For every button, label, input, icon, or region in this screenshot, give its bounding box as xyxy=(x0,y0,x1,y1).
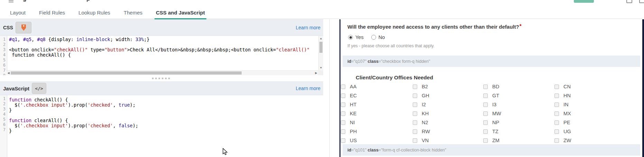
scrollbar-thumb[interactable] xyxy=(319,42,323,53)
js-section-title: JavaScript xyxy=(3,86,29,91)
code-token: ="checkbox form-q hidden" xyxy=(379,59,430,64)
field-id-bar: id="q101" class="form-q cf-collection-bl… xyxy=(343,144,640,156)
code-line: $('.checkbox input').prop('checked', fal… xyxy=(9,123,318,128)
code-line: function clearAll() { xyxy=(9,118,318,123)
checkbox[interactable] xyxy=(554,102,559,107)
tab-css-and-javascript[interactable]: CSS and JavaScript xyxy=(155,10,206,19)
checkbox[interactable] xyxy=(483,138,488,143)
code-token: $( xyxy=(9,102,20,108)
checkbox[interactable] xyxy=(341,129,345,134)
primary-action-button[interactable] xyxy=(574,0,594,3)
code-line: <button onclick="checkAll()" type="butto… xyxy=(9,47,318,52)
checkbox[interactable] xyxy=(413,120,417,125)
code-token: , xyxy=(31,37,37,42)
tab-themes[interactable]: Themes xyxy=(122,10,144,19)
code-token: clearAll() { xyxy=(31,118,68,123)
country-option: ZM xyxy=(483,136,552,145)
scroll-left-icon[interactable]: ◀ xyxy=(6,71,11,75)
hamburger-icon[interactable] xyxy=(9,0,13,3)
checkbox[interactable] xyxy=(341,94,345,98)
radio-yes[interactable] xyxy=(348,35,353,40)
code-icon: </> xyxy=(35,86,43,91)
js-section-header: JavaScript </> Learn more xyxy=(0,81,323,95)
css-code-editor[interactable]: 12345678 #q1, #q5, #q8 {display: inline-… xyxy=(0,36,323,75)
checkbox[interactable] xyxy=(413,85,417,89)
scroll-down-icon[interactable]: ▼ xyxy=(319,66,323,70)
gutter-line-number: 4 xyxy=(0,112,7,117)
checkbox[interactable] xyxy=(413,102,417,107)
checkbox[interactable] xyxy=(554,85,559,89)
question-help-text: If yes - please choose all countries tha… xyxy=(347,43,435,48)
code-token: id xyxy=(347,59,351,64)
checkbox[interactable] xyxy=(483,85,488,89)
checkbox-label: US xyxy=(350,138,357,143)
checkbox[interactable] xyxy=(554,120,559,125)
checkbox[interactable] xyxy=(554,138,559,143)
radio-yes-label[interactable]: Yes xyxy=(355,35,364,40)
tab-lookup-rules[interactable]: Lookup Rules xyxy=(77,10,112,19)
scrollbar-thumb[interactable] xyxy=(11,71,242,75)
checkbox[interactable] xyxy=(554,111,559,116)
checkbox[interactable] xyxy=(341,102,345,107)
radio-no-label[interactable]: No xyxy=(379,35,385,40)
country-option: HT xyxy=(341,100,410,109)
checkbox[interactable] xyxy=(483,120,488,125)
code-token: class xyxy=(368,148,379,153)
gutter-line-number: 2 xyxy=(0,42,7,47)
checkbox[interactable] xyxy=(483,94,488,98)
checkbox[interactable] xyxy=(483,111,488,116)
checkbox[interactable] xyxy=(341,138,345,143)
checkbox-label: N2 xyxy=(422,120,428,125)
checkbox-label: B2 xyxy=(422,84,428,89)
code-token: class xyxy=(368,59,379,64)
code-line xyxy=(9,113,318,118)
checkbox-label: HN xyxy=(563,93,571,98)
css-learn-more-link[interactable]: Learn more xyxy=(296,25,320,30)
code-token: , xyxy=(17,37,23,42)
checkbox[interactable] xyxy=(341,85,345,89)
checkbox[interactable] xyxy=(413,129,417,134)
css-editor-horizontal-scrollbar[interactable]: ◀ ▶ xyxy=(6,70,318,75)
checkbox[interactable] xyxy=(413,94,417,98)
country-option: RW xyxy=(413,127,482,136)
css-tag-button[interactable] xyxy=(16,22,31,33)
checkbox[interactable] xyxy=(483,102,488,107)
checkbox[interactable] xyxy=(483,129,488,134)
code-token: {display: xyxy=(46,37,76,42)
code-token: "clearAll()" xyxy=(276,47,310,52)
code-line: function checkAll() { xyxy=(9,97,318,102)
checkbox[interactable] xyxy=(554,94,559,98)
scroll-up-icon[interactable]: ▲ xyxy=(319,36,323,41)
country-option: HN xyxy=(554,91,624,100)
checkbox[interactable] xyxy=(341,111,345,116)
checkbox[interactable] xyxy=(413,138,417,143)
checkbox-column: CNHNINMXPEUGZW xyxy=(554,82,624,145)
tab-layout[interactable]: Layout xyxy=(9,10,27,19)
gutter-line-number: 3 xyxy=(0,47,7,52)
country-option: KH xyxy=(413,109,482,118)
checkbox[interactable] xyxy=(413,111,417,116)
tab-field-rules[interactable]: Field Rules xyxy=(38,10,66,19)
question-label: Will the employee need access to any cli… xyxy=(347,23,610,30)
code-token: #q1 xyxy=(9,37,17,42)
checkbox[interactable] xyxy=(554,129,559,134)
code-line: $('.checkbox input').prop('checked', tru… xyxy=(9,102,318,108)
checkbox-label: UG xyxy=(563,129,571,134)
js-code-button[interactable]: </> xyxy=(32,83,46,94)
radio-no[interactable] xyxy=(371,35,376,40)
country-option: IN xyxy=(554,100,624,109)
checkbox-label: NI xyxy=(350,120,355,125)
css-editor-code: #q1, #q5, #q8 {display: inline-block; wi… xyxy=(9,37,318,73)
code-token: ; width: xyxy=(110,37,136,42)
checkbox-label: I3 xyxy=(492,102,496,107)
window-icon[interactable] xyxy=(626,0,632,3)
scroll-right-icon[interactable]: ▶ xyxy=(314,71,318,75)
js-code-editor[interactable]: 1234567 function checkAll() { $('.checkb… xyxy=(0,95,323,157)
editor-resize-handle[interactable]: ■■■■■■ xyxy=(0,75,323,81)
checkbox-label: CN xyxy=(563,84,571,89)
country-option: BD xyxy=(483,82,552,91)
window-icon[interactable] xyxy=(639,0,644,3)
checkbox[interactable] xyxy=(341,120,345,125)
css-editor-vertical-scrollbar[interactable]: ▲ ▼ xyxy=(318,36,323,70)
js-learn-more-link[interactable]: Learn more xyxy=(296,86,320,91)
